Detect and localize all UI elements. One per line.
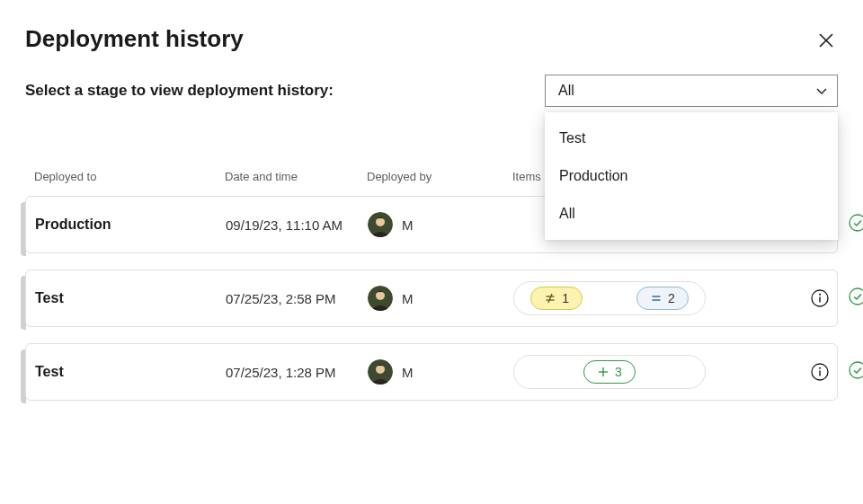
col-datetime: Date and time	[225, 170, 367, 183]
datetime: 07/25/23, 1:28 PM	[226, 365, 368, 380]
row-info-button[interactable]	[810, 288, 830, 308]
items-unchanged-pill[interactable]: 2	[636, 287, 689, 310]
status-success-icon	[848, 287, 863, 310]
items-pill-group[interactable]: 3	[513, 355, 706, 389]
page-title: Deployment history	[25, 25, 244, 53]
close-icon	[818, 32, 834, 49]
filter-label: Select a stage to view deployment histor…	[25, 82, 334, 100]
stage-filter-option[interactable]: Test	[545, 119, 838, 157]
stage-filter-selected: All	[558, 83, 574, 99]
not-equal-icon	[544, 292, 556, 305]
plus-icon	[597, 366, 609, 378]
svg-point-18	[850, 288, 863, 305]
datetime: 09/19/23, 11:10 AM	[226, 217, 368, 233]
svg-point-24	[819, 367, 821, 369]
items-unchanged-count: 2	[668, 291, 675, 305]
items-new-count: 3	[615, 365, 622, 379]
col-deployed-by: Deployed by	[367, 170, 512, 183]
items-cell: 3	[513, 355, 810, 389]
status-cell	[810, 287, 863, 310]
equal-icon	[650, 292, 663, 305]
items-new-pill[interactable]: 3	[583, 360, 636, 384]
info-icon	[810, 362, 830, 382]
stage-filter-menu: Test Production All	[545, 112, 838, 240]
info-icon	[810, 288, 830, 308]
items-pill-group[interactable]: 12	[513, 281, 706, 315]
status-success-icon	[848, 213, 863, 236]
stage-name: Test	[35, 364, 226, 380]
items-changed-count: 1	[562, 291, 569, 305]
status-success-icon	[848, 360, 863, 384]
svg-point-16	[819, 294, 821, 296]
avatar	[368, 286, 393, 311]
table-row[interactable]: Test07/25/23, 1:28 PMM3	[25, 343, 838, 401]
avatar	[368, 212, 393, 237]
chevron-down-icon	[815, 84, 828, 97]
svg-line-12	[548, 294, 552, 303]
avatar	[368, 359, 393, 385]
row-info-button[interactable]	[810, 362, 830, 382]
deployer-name: M	[402, 217, 414, 233]
items-cell: 12	[513, 281, 810, 315]
svg-point-26	[850, 362, 863, 378]
stage-filter-option[interactable]: Production	[545, 157, 838, 195]
stage-name: Test	[35, 290, 226, 306]
stage-name: Production	[35, 217, 226, 233]
svg-point-3	[376, 217, 385, 226]
deployed-by: M	[368, 212, 513, 237]
close-button[interactable]	[814, 29, 838, 52]
svg-point-20	[376, 365, 385, 374]
items-changed-pill[interactable]: 1	[530, 287, 583, 310]
deployed-by: M	[368, 286, 513, 311]
stage-filter-dropdown[interactable]: All Test Production All	[545, 75, 838, 107]
deployed-by: M	[368, 359, 513, 385]
stage-filter-option[interactable]: All	[545, 195, 838, 233]
datetime: 07/25/23, 2:58 PM	[226, 291, 368, 306]
table-row[interactable]: Test07/25/23, 2:58 PMM12	[25, 270, 838, 327]
deployer-name: M	[402, 291, 414, 306]
stage-filter-toggle[interactable]: All	[545, 75, 838, 107]
status-cell	[810, 360, 863, 384]
col-deployed-to: Deployed to	[34, 170, 225, 183]
deployer-name: M	[402, 365, 414, 380]
svg-point-7	[850, 215, 863, 231]
svg-point-9	[376, 291, 385, 300]
